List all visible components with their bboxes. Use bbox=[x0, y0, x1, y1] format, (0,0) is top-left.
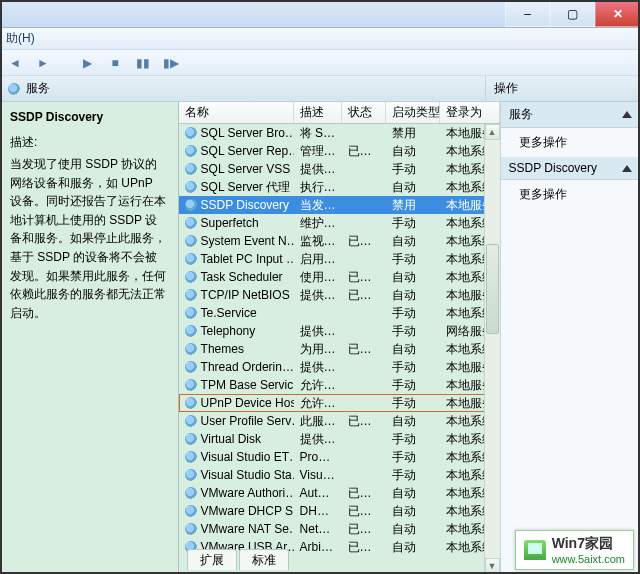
play-icon[interactable]: ▶ bbox=[78, 54, 96, 72]
column-headers: 名称 描述 状态 启动类型 登录为 bbox=[179, 102, 500, 124]
cell-name: UPnP Device Host bbox=[201, 396, 294, 410]
service-icon bbox=[185, 487, 197, 499]
table-row[interactable]: SQL Server Rep…管理…已启动自动本地系统 bbox=[179, 142, 500, 160]
collapse-icon bbox=[622, 111, 632, 118]
nav-back-icon[interactable]: ◄ bbox=[6, 54, 24, 72]
restart-icon[interactable]: ▮▶ bbox=[162, 54, 180, 72]
table-row[interactable]: Thread Orderin…提供…手动本地服务 bbox=[179, 358, 500, 376]
cell-status: 已启动 bbox=[342, 521, 386, 538]
table-row[interactable]: Virtual Disk提供…手动本地系统 bbox=[179, 430, 500, 448]
table-row[interactable]: Te.Service手动本地系统 bbox=[179, 304, 500, 322]
col-startup[interactable]: 启动类型 bbox=[386, 102, 440, 123]
service-icon bbox=[185, 415, 197, 427]
cell-name: Visual Studio Sta… bbox=[201, 468, 294, 482]
cell-startup: 自动 bbox=[386, 143, 440, 160]
cell-startup: 手动 bbox=[386, 161, 440, 178]
table-row[interactable]: System Event N…监视…已启动自动本地系统 bbox=[179, 232, 500, 250]
description-label: 描述: bbox=[10, 134, 168, 151]
actions-panel: 服务 更多操作 SSDP Discovery 更多操作 bbox=[500, 102, 640, 574]
table-row[interactable]: TPM Base Servic…允许…手动本地服务 bbox=[179, 376, 500, 394]
services-list: 名称 描述 状态 启动类型 登录为 SQL Server Bro…将 S…禁用本… bbox=[179, 102, 500, 574]
table-row[interactable]: Superfetch维护…手动本地系统 bbox=[179, 214, 500, 232]
table-row[interactable]: VMware Authori…Auth…已启动自动本地系统 bbox=[179, 484, 500, 502]
col-status[interactable]: 状态 bbox=[342, 102, 386, 123]
close-icon: ✕ bbox=[613, 7, 623, 21]
cell-desc: 执行… bbox=[294, 179, 342, 196]
scroll-thumb[interactable] bbox=[486, 244, 499, 334]
service-icon bbox=[185, 343, 197, 355]
nav-forward-icon[interactable]: ► bbox=[34, 54, 52, 72]
cell-status: 已启动 bbox=[342, 413, 386, 430]
service-icon bbox=[185, 361, 197, 373]
actions-more-2[interactable]: 更多操作 bbox=[501, 180, 640, 209]
view-tabs: 扩展 标准 bbox=[187, 549, 289, 570]
cell-desc: 为用… bbox=[294, 341, 342, 358]
table-row[interactable]: SSDP Discovery当发…禁用本地服务 bbox=[179, 196, 500, 214]
watermark: Win7家园 www.5aixt.com bbox=[515, 530, 634, 570]
service-icon bbox=[185, 469, 197, 481]
cell-name: SSDP Discovery bbox=[201, 198, 289, 212]
table-row[interactable]: User Profile Serv…此服…已启动自动本地系统 bbox=[179, 412, 500, 430]
cell-startup: 自动 bbox=[386, 521, 440, 538]
cell-startup: 手动 bbox=[386, 215, 440, 232]
table-row[interactable]: VMware NAT Se…Net…已启动自动本地系统 bbox=[179, 520, 500, 538]
actions-more-1[interactable]: 更多操作 bbox=[501, 128, 640, 157]
service-icon bbox=[185, 307, 197, 319]
scrollbar-vertical[interactable]: ▲ ▼ bbox=[484, 124, 500, 574]
maximize-button[interactable]: ▢ bbox=[550, 0, 595, 27]
table-row[interactable]: TCP/IP NetBIOS …提供…已启动自动本地服务 bbox=[179, 286, 500, 304]
title-bar: – ▢ ✕ bbox=[0, 0, 640, 28]
table-row[interactable]: SQL Server Bro…将 S…禁用本地服务 bbox=[179, 124, 500, 142]
cell-startup: 手动 bbox=[386, 251, 440, 268]
cell-status: 已启动 bbox=[342, 143, 386, 160]
close-button[interactable]: ✕ bbox=[595, 0, 640, 27]
cell-startup: 手动 bbox=[386, 359, 440, 376]
cell-desc: Auth… bbox=[294, 486, 342, 500]
table-row[interactable]: Visual Studio Sta…Visu…手动本地系统 bbox=[179, 466, 500, 484]
table-row[interactable]: Telephony提供…手动网络服务 bbox=[179, 322, 500, 340]
table-row[interactable]: Visual Studio ET…Prov…手动本地系统 bbox=[179, 448, 500, 466]
cell-startup: 手动 bbox=[386, 449, 440, 466]
cell-status: 已启动 bbox=[342, 485, 386, 502]
menu-help[interactable]: 助(H) bbox=[6, 30, 35, 47]
panel-title: 服务 bbox=[26, 80, 50, 97]
cell-startup: 自动 bbox=[386, 503, 440, 520]
cell-desc: 监视… bbox=[294, 233, 342, 250]
cell-desc: DHC… bbox=[294, 504, 342, 518]
cell-startup: 手动 bbox=[386, 377, 440, 394]
table-row[interactable]: SQL Server VSS …提供…手动本地系统 bbox=[179, 160, 500, 178]
tab-extended[interactable]: 扩展 bbox=[187, 549, 237, 570]
actions-section-services[interactable]: 服务 bbox=[501, 102, 640, 128]
col-desc[interactable]: 描述 bbox=[294, 102, 342, 123]
service-icon bbox=[185, 523, 197, 535]
minimize-button[interactable]: – bbox=[505, 0, 550, 27]
table-row[interactable]: Themes为用…已启动自动本地系统 bbox=[179, 340, 500, 358]
col-logon[interactable]: 登录为 bbox=[440, 102, 500, 123]
table-row[interactable]: SQL Server 代理 …执行…自动本地系统 bbox=[179, 178, 500, 196]
table-row[interactable]: Task Scheduler使用…已启动自动本地系统 bbox=[179, 268, 500, 286]
service-icon bbox=[185, 433, 197, 445]
table-row[interactable]: VMware DHCP S…DHC…已启动自动本地系统 bbox=[179, 502, 500, 520]
table-row[interactable]: UPnP Device Host允许 …手动本地服务 bbox=[179, 394, 500, 412]
actions-section-selected[interactable]: SSDP Discovery bbox=[501, 157, 640, 180]
pause-icon[interactable]: ▮▮ bbox=[134, 54, 152, 72]
cell-desc: 允许 … bbox=[294, 395, 342, 412]
scroll-down-icon[interactable]: ▼ bbox=[485, 558, 500, 574]
description-panel: SSDP Discovery 描述: 当发现了使用 SSDP 协议的网络设备和服… bbox=[0, 102, 179, 574]
cell-desc: Prov… bbox=[294, 450, 342, 464]
cell-desc: 当发… bbox=[294, 197, 342, 214]
table-row[interactable]: Tablet PC Input …启用…手动本地系统 bbox=[179, 250, 500, 268]
service-icon bbox=[185, 217, 197, 229]
cell-name: User Profile Serv… bbox=[201, 414, 294, 428]
scroll-up-icon[interactable]: ▲ bbox=[485, 124, 500, 140]
cell-name: Themes bbox=[201, 342, 244, 356]
cell-name: VMware Authori… bbox=[201, 486, 294, 500]
stop-icon[interactable]: ■ bbox=[106, 54, 124, 72]
maximize-icon: ▢ bbox=[567, 7, 578, 21]
tab-standard[interactable]: 标准 bbox=[239, 549, 289, 570]
watermark-url: www.5aixt.com bbox=[552, 553, 625, 565]
cell-name: Tablet PC Input … bbox=[201, 252, 294, 266]
minimize-icon: – bbox=[524, 7, 531, 21]
cell-desc: 提供… bbox=[294, 359, 342, 376]
col-name[interactable]: 名称 bbox=[179, 102, 294, 123]
